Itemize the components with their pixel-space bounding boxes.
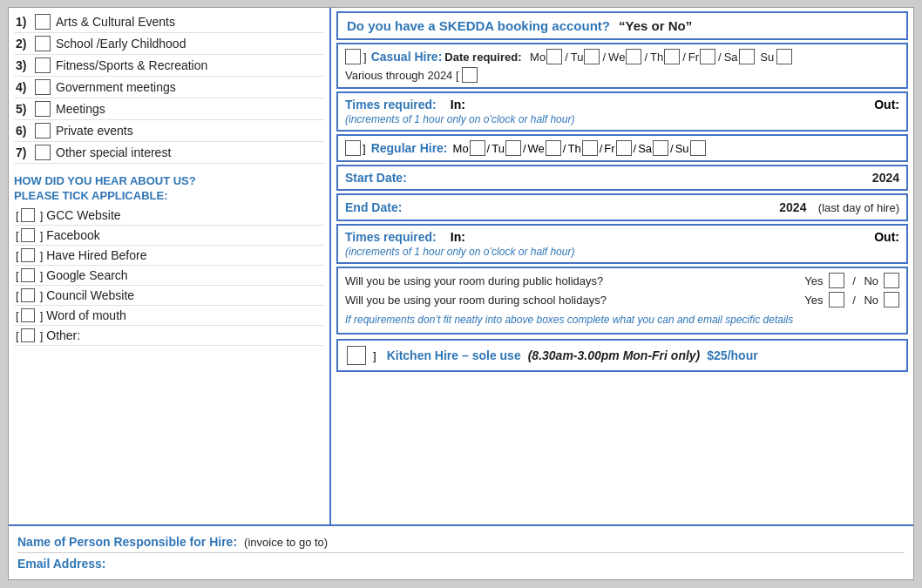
end-date-value: 2024: [779, 200, 806, 214]
category-item-4: 4) Government meetings: [14, 77, 324, 98]
times-box-1: Times required: In: Out: (increments of …: [336, 91, 908, 132]
cb-mo[interactable]: [546, 49, 562, 64]
cb-th[interactable]: [664, 49, 680, 64]
school-no-cb[interactable]: [884, 292, 899, 308]
casual-hire-label: Casual Hire:: [371, 50, 443, 64]
kitchen-label: Kitchen Hire – sole use: [387, 348, 521, 362]
reg-cb-fr[interactable]: [616, 140, 632, 156]
times-row-2: Times required: In: Out:: [345, 230, 899, 244]
start-date-value: 2024: [872, 171, 899, 185]
hear-item-council: [ ] Council Website: [14, 286, 324, 306]
cat-num-7: 7): [16, 145, 35, 159]
reg-day-fr: Fr: [604, 140, 631, 156]
bottom-section: Name of Person Responsible for Hire: (in…: [9, 524, 913, 579]
hear-title: HOW DID YOU HEAR ABOUT US?: [14, 174, 324, 187]
increment-note-1: (increments of 1 hour only on o’clock or…: [345, 113, 899, 125]
public-holiday-question: Will you be using your room during publi…: [345, 274, 804, 287]
casual-hire-box: ] Casual Hire: Date required: Mo / Tu / …: [336, 43, 908, 89]
hear-list: [ ] GCC Website [ ] Facebook [ ]: [14, 206, 324, 346]
hear-checkbox-hired[interactable]: [21, 248, 35, 262]
cb-various[interactable]: [462, 67, 478, 83]
hear-checkbox-council[interactable]: [21, 288, 35, 302]
end-date-note: (last day of hire): [818, 201, 899, 214]
public-yes-label: Yes: [804, 274, 823, 287]
category-item-7: 7) Other special interest: [14, 142, 324, 164]
category-item-6: 6) Private events: [14, 120, 324, 142]
reg-cb-mo[interactable]: [470, 140, 485, 156]
main-content: 1) Arts & Cultural Events 2) School /Ear…: [9, 8, 913, 524]
reg-cb-su[interactable]: [690, 140, 706, 156]
casual-hire-row: ] Casual Hire: Date required: Mo / Tu / …: [345, 49, 899, 83]
cb-su[interactable]: [776, 49, 792, 64]
reg-cb-we[interactable]: [546, 140, 561, 156]
skedda-question: Do you have a SKEDDA booking account?: [347, 18, 610, 33]
hear-item-other: [ ] Other:: [14, 326, 324, 346]
cat-label-4: Government meetings: [56, 80, 176, 94]
holiday-box: Will you be using your room during publi…: [336, 267, 908, 335]
cat-label-2: School /Early Childhood: [56, 37, 186, 51]
casual-hire-checkbox[interactable]: [345, 49, 361, 64]
cat-checkbox-1[interactable]: [35, 14, 51, 30]
hear-checkbox-google[interactable]: [21, 268, 35, 282]
hear-checkbox-word[interactable]: [21, 308, 35, 322]
category-item-5: 5) Meetings: [14, 98, 324, 120]
category-item-1: 1) Arts & Cultural Events: [14, 11, 324, 33]
casual-day-mo: Mo: [530, 49, 562, 64]
times-box-2: Times required: In: Out: (increments of …: [336, 224, 908, 264]
cb-fr[interactable]: [700, 49, 715, 64]
cb-tu[interactable]: [584, 49, 600, 64]
end-date-box: End Date: 2024 (last day of hire): [336, 193, 908, 221]
kitchen-box: ] Kitchen Hire – sole use (8.30am-3.00pm…: [336, 339, 908, 372]
start-date-box: Start Date: 2024: [336, 165, 908, 191]
hear-label-gcc: GCC Website: [46, 208, 120, 222]
cb-sa[interactable]: [739, 49, 755, 64]
hear-checkbox-other[interactable]: [21, 328, 35, 342]
cat-checkbox-6[interactable]: [35, 123, 51, 139]
regular-hire-row: ] Regular Hire: Mo / Tu / We / Th / Fr /…: [345, 140, 899, 156]
times-label-2: Times required:: [345, 230, 437, 244]
cat-checkbox-4[interactable]: [35, 79, 51, 95]
name-row: Name of Person Responsible for Hire: (in…: [17, 531, 905, 553]
cat-label-5: Meetings: [56, 102, 105, 116]
cat-num-6: 6): [16, 124, 35, 138]
school-holiday-row: Will you be using your room during schoo…: [345, 292, 899, 308]
right-panel: Do you have a SKEDDA booking account? “Y…: [331, 8, 913, 524]
public-no-label: No: [864, 274, 878, 287]
reg-cb-th[interactable]: [582, 140, 598, 156]
public-no-cb[interactable]: [884, 273, 899, 288]
start-date-label: Start Date:: [345, 171, 407, 185]
cat-checkbox-3[interactable]: [35, 57, 51, 73]
cat-num-5: 5): [16, 102, 35, 116]
cb-we[interactable]: [626, 49, 641, 64]
hear-checkbox-facebook[interactable]: [21, 228, 35, 242]
various-text: Various through 2024 [: [345, 69, 459, 82]
reg-cb-sa[interactable]: [653, 140, 668, 156]
hear-label-google: Google Search: [46, 268, 127, 282]
category-item-3: 3) Fitness/Sports & Recreation: [14, 55, 324, 77]
reg-day-mo: Mo: [453, 140, 485, 156]
hear-label-council: Council Website: [46, 288, 134, 302]
cat-num-4: 4): [16, 80, 35, 94]
cat-checkbox-5[interactable]: [35, 101, 51, 117]
school-yes-label: Yes: [804, 294, 823, 307]
name-sub: (invoice to go to): [244, 536, 328, 549]
regular-hire-label: Regular Hire:: [371, 141, 448, 155]
regular-hire-checkbox[interactable]: [345, 140, 361, 156]
hear-checkbox-gcc[interactable]: [21, 208, 35, 222]
casual-day-fr: Fr: [688, 49, 715, 64]
cat-checkbox-2[interactable]: [35, 36, 51, 51]
cat-checkbox-7[interactable]: [35, 145, 51, 160]
public-yes-cb[interactable]: [829, 273, 844, 288]
hear-label-word: Word of mouth: [46, 308, 126, 322]
hear-label-hired: Have Hired Before: [46, 248, 146, 262]
casual-date-label: Date required:: [444, 51, 521, 64]
kitchen-checkbox[interactable]: [347, 346, 366, 365]
skedda-box: Do you have a SKEDDA booking account? “Y…: [336, 11, 908, 40]
school-yes-cb[interactable]: [829, 292, 844, 308]
reg-cb-tu[interactable]: [505, 140, 521, 156]
hear-section: HOW DID YOU HEAR ABOUT US? PLEASE TICK A…: [14, 174, 324, 346]
casual-day-tu: Tu: [571, 49, 600, 64]
cat-label-6: Private events: [56, 124, 133, 138]
out-label-1: Out:: [874, 98, 899, 112]
casual-day-we: We: [608, 49, 641, 64]
